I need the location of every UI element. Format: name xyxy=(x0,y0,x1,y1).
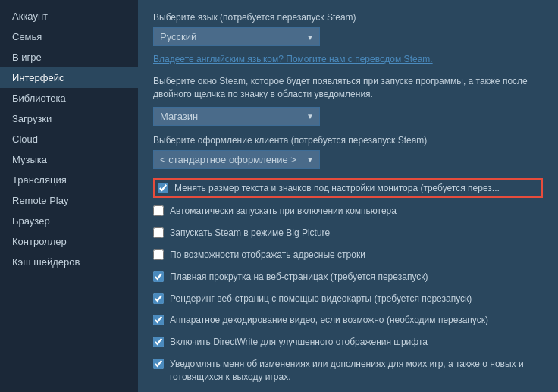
checkbox-row-gpurender: Рендеринг веб-страниц с помощью видеокар… xyxy=(153,290,543,308)
lang-label: Выберите язык (потребуется перезапуск St… xyxy=(153,12,543,23)
sidebar-item-remoteplay[interactable]: Remote Play xyxy=(0,190,138,211)
window-label: Выберите окно Steam, которое будет появл… xyxy=(153,75,543,101)
sidebar-item-music[interactable]: Музыка xyxy=(0,149,138,170)
checkbox-row-dpi: Менять размер текста и значков под настр… xyxy=(153,178,543,199)
sidebar-item-browser[interactable]: Браузер xyxy=(0,211,138,231)
checkbox-addressbar[interactable] xyxy=(153,249,164,260)
checkbox-label-notify: Уведомлять меня об изменениях или дополн… xyxy=(170,358,543,384)
checkbox-row-bigpicture: Запускать Steam в режиме Big Picture xyxy=(153,224,543,242)
checkbox-label-dpi: Менять размер текста и значков под настр… xyxy=(174,182,500,195)
checkbox-directwrite[interactable] xyxy=(153,337,164,347)
sidebar-item-cloud[interactable]: Cloud xyxy=(0,129,138,149)
checkbox-label-hwdecode: Аппаратное декодирование видео, если воз… xyxy=(170,314,488,327)
lang-dropdown-container[interactable]: Русский xyxy=(153,27,320,46)
checkbox-label-directwrite: Включить DirectWrite для улучшенного ото… xyxy=(170,336,428,349)
checkbox-row-directwrite: Включить DirectWrite для улучшенного ото… xyxy=(153,334,543,351)
checkbox-smoothscroll[interactable] xyxy=(153,271,164,282)
checkbox-row-notify: Уведомлять меня об изменениях или дополн… xyxy=(153,356,543,386)
checkbox-row-autostart: Автоматически запускать при включении ко… xyxy=(153,202,543,220)
checkbox-row-smoothscroll: Плавная прокрутка на веб-страницах (треб… xyxy=(153,268,543,286)
skin-select[interactable]: < стандартное оформление > xyxy=(153,150,320,169)
window-select[interactable]: Магазин xyxy=(153,107,320,126)
skin-label: Выберите оформление клиента (потребуется… xyxy=(153,135,543,146)
checkbox-label-gpurender: Рендеринг веб-страниц с помощью видеокар… xyxy=(170,293,472,306)
main-content: Выберите язык (потребуется перезапуск St… xyxy=(138,0,558,392)
checkbox-label-smoothscroll: Плавная прокрутка на веб-страницах (треб… xyxy=(170,271,428,284)
sidebar-item-ingame[interactable]: В игре xyxy=(0,47,138,67)
sidebar-item-shader[interactable]: Кэш шейдеров xyxy=(0,252,138,272)
sidebar-item-downloads[interactable]: Загрузки xyxy=(0,108,138,129)
window-dropdown-container[interactable]: Магазин xyxy=(153,107,320,126)
checkbox-label-bigpicture: Запускать Steam в режиме Big Picture xyxy=(170,227,330,240)
sidebar-item-family[interactable]: Семья xyxy=(0,27,138,47)
checkbox-dpi[interactable] xyxy=(158,183,168,193)
checkbox-bigpicture[interactable] xyxy=(153,227,164,238)
checkbox-hwdecode[interactable] xyxy=(153,315,164,325)
checkboxes-container: Менять размер текста и значков под настр… xyxy=(153,178,543,386)
sidebar-item-library[interactable]: Библиотека xyxy=(0,88,138,108)
checkbox-notify[interactable] xyxy=(153,359,164,369)
checkbox-gpurender[interactable] xyxy=(153,293,164,304)
skin-dropdown-container[interactable]: < стандартное оформление > xyxy=(153,150,320,169)
sidebar-item-interface[interactable]: Интерфейс xyxy=(0,67,138,88)
sidebar-item-controller[interactable]: Контроллер xyxy=(0,231,138,252)
sidebar-item-account[interactable]: Аккаунт xyxy=(0,6,138,27)
sidebar-item-broadcast[interactable]: Трансляция xyxy=(0,170,138,190)
sidebar: АккаунтСемьяВ игреИнтерфейсБиблиотекаЗаг… xyxy=(0,0,138,392)
checkbox-label-addressbar: По возможности отображать адресные строк… xyxy=(170,249,365,262)
checkbox-label-autostart: Автоматически запускать при включении ко… xyxy=(170,205,397,218)
translate-link[interactable]: Владеете английским языком? Помогите нам… xyxy=(153,54,543,64)
checkbox-autostart[interactable] xyxy=(153,205,164,216)
lang-select[interactable]: Русский xyxy=(153,27,320,46)
checkbox-row-addressbar: По возможности отображать адресные строк… xyxy=(153,246,543,264)
checkbox-row-hwdecode: Аппаратное декодирование видео, если воз… xyxy=(153,312,543,329)
